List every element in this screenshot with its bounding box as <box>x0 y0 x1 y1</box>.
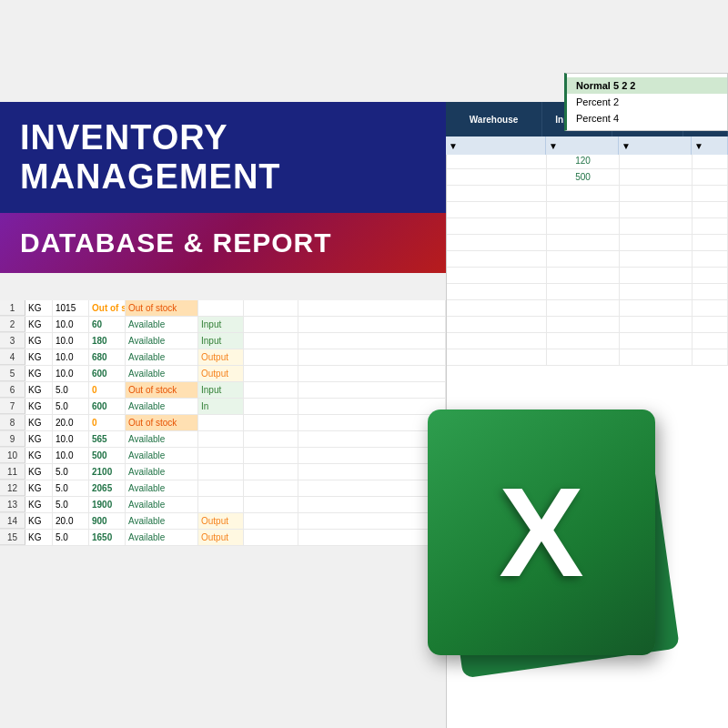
right-inputqty-4 <box>547 202 620 217</box>
warehouse-col-header: Warehouse <box>446 102 542 136</box>
right-checklist-7 <box>693 251 728 267</box>
cell-col7-8 <box>298 448 446 463</box>
style-percent2[interactable]: Percent 2 <box>567 94 727 110</box>
cell-qty-9: 5.0 <box>53 464 89 480</box>
right-warehouse-8 <box>447 268 547 283</box>
right-checklist-6 <box>693 235 728 250</box>
cell-col6-1 <box>244 333 298 349</box>
right-inputvol-13 <box>620 349 693 365</box>
cell-qty-6: 20.0 <box>53 415 89 430</box>
cell-qty: 1015 <box>53 300 89 316</box>
row-header-12: 14 <box>0 513 25 529</box>
checklist-filter[interactable]: ▼ <box>692 136 728 155</box>
cell-col6-9 <box>244 464 298 480</box>
right-table-row: 500 <box>447 169 728 186</box>
row-header-9: 11 <box>0 464 25 480</box>
cell-unit-5: KG <box>25 399 53 414</box>
right-warehouse-1 <box>447 153 547 168</box>
cell-col6-6 <box>244 415 298 430</box>
right-table-row <box>447 186 728 202</box>
table-row: 8 KG 20.0 0 Out of stock <box>0 415 446 431</box>
row-header-5: 7 <box>0 399 25 414</box>
cell-type-7 <box>198 431 244 447</box>
cell-qty-0: 10.0 <box>53 317 89 332</box>
spreadsheet-data: 1 KG 1015 Out of stock Out of stock 2 KG… <box>0 300 446 728</box>
cell-col7-9 <box>298 464 446 480</box>
excel-x-letter: X <box>499 469 583 596</box>
style-percent4[interactable]: Percent 4 <box>567 110 727 126</box>
right-warehouse-11 <box>447 317 547 332</box>
title-top-card: INVENTORY MANAGEMENT <box>0 102 446 213</box>
warehouse-filter[interactable]: ▼ <box>446 136 546 155</box>
right-inputvol-12 <box>620 333 693 349</box>
right-checklist-9 <box>693 284 728 299</box>
table-row: 3 KG 10.0 180 Available Input <box>0 333 446 349</box>
cell-type-10 <box>198 480 244 496</box>
inputqty-filter[interactable]: ▼ <box>546 136 619 155</box>
right-warehouse-2 <box>447 169 547 185</box>
right-inputqty-12 <box>547 333 620 349</box>
cell-stock: Out of stock <box>89 300 126 316</box>
row-header: 1 <box>0 300 25 316</box>
cell-col7-12 <box>298 513 446 529</box>
cell-type-9 <box>198 464 244 480</box>
cell-status-13: Available <box>126 530 198 545</box>
row-header-10: 12 <box>0 480 25 496</box>
row-header-0: 2 <box>0 317 25 332</box>
title-line1: INVENTORY MANAGEMENT <box>20 118 426 197</box>
right-table-row <box>447 284 728 300</box>
cell-type-5: In <box>198 399 244 414</box>
cell-unit-8: KG <box>25 448 53 463</box>
cell-type-4: Input <box>198 382 244 398</box>
right-inputqty-9 <box>547 284 620 299</box>
cell-col7-11 <box>298 497 446 512</box>
cell-col6-5 <box>244 399 298 414</box>
cell-unit-12: KG <box>25 513 53 529</box>
warehouse-filter-label: ▼ <box>449 141 458 151</box>
cell-col6-2 <box>244 349 298 365</box>
excel-card-front: X <box>428 410 655 655</box>
right-checklist-11 <box>693 317 728 332</box>
cell-qty-13: 5.0 <box>53 530 89 545</box>
cell-unit: KG <box>25 300 53 316</box>
right-warehouse-10 <box>447 300 547 316</box>
right-inputqty-3 <box>547 186 620 201</box>
title-line2: DATABASE & REPORT <box>20 228 332 258</box>
right-table-row: 120 <box>447 153 728 169</box>
row-header-3: 5 <box>0 366 25 381</box>
table-row: 7 KG 5.0 600 Available In <box>0 399 446 415</box>
table-row: 13 KG 5.0 1900 Available <box>0 497 446 513</box>
right-inputvol-10 <box>620 300 693 316</box>
table-row: 6 KG 5.0 0 Out of stock Input <box>0 382 446 399</box>
cell-col6-4 <box>244 382 298 398</box>
filter-row: ▼ ▼ ▼ ▼ <box>446 136 728 155</box>
right-inputqty-2: 500 <box>547 169 620 185</box>
right-inputqty-1: 120 <box>547 153 620 168</box>
cell-status-3: Available <box>126 366 198 381</box>
cell-col6-3 <box>244 366 298 381</box>
cell-qty-5: 5.0 <box>53 399 89 414</box>
cell-status-0: Available <box>126 317 198 332</box>
table-row: 15 KG 5.0 1650 Available Output <box>0 530 446 546</box>
cell-col6-12 <box>244 513 298 529</box>
table-row: 2 KG 10.0 60 Available Input <box>0 317 446 333</box>
table-row: 12 KG 5.0 2065 Available <box>0 480 446 497</box>
cell-extra1 <box>244 300 298 316</box>
cell-col7-13 <box>298 530 446 545</box>
right-table-row <box>447 333 728 349</box>
cell-col6-10 <box>244 480 298 496</box>
cell-stock-1: 180 <box>89 333 126 349</box>
cell-qty-3: 10.0 <box>53 366 89 381</box>
cell-unit-2: KG <box>25 349 53 365</box>
cell-status-4: Out of stock <box>126 382 198 398</box>
inputvol-filter[interactable]: ▼ <box>619 136 692 155</box>
right-inputqty-6 <box>547 235 620 250</box>
cell-stock-3: 600 <box>89 366 126 381</box>
cell-col7-3 <box>298 366 446 381</box>
cell-type-0: Input <box>198 317 244 332</box>
cell-status-5: Available <box>126 399 198 414</box>
cell-type-11 <box>198 497 244 512</box>
style-normal[interactable]: Normal 5 2 2 <box>567 77 727 94</box>
right-inputvol-4 <box>620 202 693 217</box>
cell-col7-4 <box>298 382 446 398</box>
